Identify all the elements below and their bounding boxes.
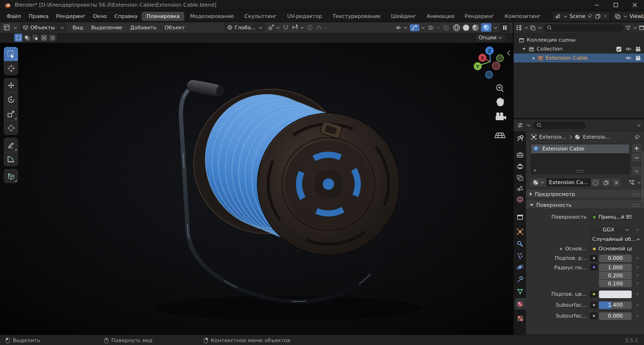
pivot-point[interactable]	[268, 24, 280, 31]
slot-specials-icon[interactable]	[534, 168, 536, 172]
subsurface-aniso-field[interactable]: 0.000	[599, 312, 632, 320]
animate-decorator[interactable]	[636, 292, 639, 296]
tab-scene[interactable]	[515, 183, 526, 194]
panel-drag-grip[interactable]	[633, 203, 640, 207]
outliner-row-scene-collection[interactable]: Коллекция сцены	[514, 35, 644, 44]
tool-measure[interactable]	[4, 152, 18, 166]
tab-uv-editing[interactable]: UV-редактор	[282, 12, 327, 21]
new-collection-icon[interactable]	[639, 25, 644, 31]
perspective-toggle-icon[interactable]	[495, 133, 505, 138]
shading-rendered-active[interactable]	[481, 23, 491, 32]
menu-edit[interactable]: Правка	[25, 12, 52, 21]
tab-object[interactable]	[515, 226, 526, 237]
properties-search[interactable]	[533, 122, 586, 129]
base-color-button[interactable]: Основной цвет	[590, 245, 632, 253]
falloff-dropdown[interactable]	[316, 24, 328, 31]
pause-render-button[interactable]	[500, 24, 510, 32]
scene-selector[interactable]: Scene	[553, 12, 610, 21]
disclosure-closed-icon[interactable]	[561, 247, 562, 250]
scene-name[interactable]: Scene	[570, 13, 586, 19]
material-slot-active[interactable]: Extension Cable	[531, 144, 629, 153]
disable-render-camera-icon[interactable]	[635, 46, 641, 52]
disclosure-open-icon[interactable]	[522, 48, 526, 50]
new-scene-icon[interactable]	[595, 13, 601, 19]
menu-view[interactable]: Вид	[70, 24, 86, 32]
sss-method-dropdown[interactable]: Случайный об...	[590, 236, 643, 243]
view-layer-selector[interactable]: ViewLayer	[612, 12, 644, 21]
radius-x-field[interactable]: 1.000	[599, 264, 632, 271]
disable-render-camera-icon[interactable]	[635, 55, 641, 61]
tool-scale[interactable]	[4, 106, 18, 121]
remove-slot-button[interactable]	[632, 153, 641, 162]
tab-constraints[interactable]	[515, 274, 526, 285]
bsdf-button[interactable]: Принц...й BSDF	[590, 213, 632, 221]
tab-texture[interactable]	[515, 313, 526, 324]
tab-compositing[interactable]: Композитинг	[500, 12, 545, 21]
tab-physics[interactable]	[515, 261, 526, 273]
animate-decorator[interactable]	[636, 303, 639, 307]
minimize-button[interactable]	[587, 0, 606, 10]
subsurface-color-swatch[interactable]	[599, 291, 632, 298]
gizmos-toggle[interactable]	[410, 24, 419, 31]
menu-object[interactable]: Объект	[162, 24, 188, 32]
tab-particles[interactable]	[515, 250, 526, 261]
select-extend-button[interactable]	[23, 34, 31, 42]
tool-rotate[interactable]	[4, 92, 18, 106]
panel-preview[interactable]: Предпросмотр	[526, 190, 644, 198]
animate-decorator[interactable]	[636, 314, 639, 318]
tab-tool[interactable]	[515, 133, 526, 144]
breadcrumb-object[interactable]: Extensio...	[539, 134, 566, 140]
proportional-editing-icon[interactable]	[307, 24, 313, 31]
tab-view-layer[interactable]	[515, 172, 526, 183]
tab-modifiers[interactable]	[515, 238, 526, 249]
add-slot-button[interactable]	[632, 144, 641, 152]
tool-move[interactable]	[4, 78, 18, 92]
viewport-canvas[interactable]: Z X Y	[0, 43, 513, 335]
fake-user-button[interactable]	[591, 178, 600, 186]
transform-orientation[interactable]: Глоба...	[224, 23, 265, 32]
hide-eye-icon[interactable]	[625, 46, 632, 52]
pin-icon[interactable]	[587, 13, 593, 19]
outliner-row-object[interactable]: Extension Cable	[514, 53, 644, 62]
close-button[interactable]	[625, 0, 644, 10]
shading-material-icon[interactable]	[472, 24, 480, 32]
breadcrumb-material[interactable]: Extensio...	[583, 134, 610, 140]
animate-decorator[interactable]	[636, 282, 639, 285]
select-subtract-button[interactable]	[31, 34, 40, 42]
tool-cursor[interactable]	[4, 61, 18, 75]
outliner-search[interactable]	[544, 24, 624, 32]
menu-select[interactable]: Выделение	[88, 24, 125, 32]
hide-eye-icon[interactable]	[625, 55, 632, 61]
tool-annotate[interactable]	[4, 138, 18, 152]
tab-texture-paint[interactable]: Текстурирование	[328, 12, 385, 21]
snap-magnet-icon[interactable]	[282, 24, 289, 31]
properties-scrollbar[interactable]	[642, 150, 644, 203]
pin-icon[interactable]	[634, 134, 640, 140]
tool-transform[interactable]	[4, 121, 18, 135]
tab-layout[interactable]: Планировка	[142, 12, 184, 21]
shading-wireframe-icon[interactable]	[453, 24, 461, 32]
snap-settings[interactable]	[291, 24, 304, 31]
animate-decorator[interactable]	[636, 228, 639, 231]
menu-help[interactable]: Справка	[111, 12, 141, 21]
properties-editor-icon[interactable]	[517, 122, 524, 128]
tab-collection[interactable]	[515, 211, 526, 222]
tab-sculpting[interactable]: Скульптинг	[240, 12, 281, 21]
outliner-row-collection[interactable]: Collection	[514, 44, 644, 53]
show-object-types[interactable]	[395, 25, 408, 31]
material-name-field[interactable]: Extension Ca...	[546, 178, 591, 186]
editor-type-icon[interactable]	[3, 24, 10, 31]
view-layer-name[interactable]: ViewLayer	[629, 13, 644, 19]
display-mode-icon[interactable]	[530, 25, 536, 31]
mode-selector[interactable]: Объекты	[20, 23, 67, 32]
material-slot-list[interactable]: Extension Cable	[531, 144, 630, 174]
overlays-toggle[interactable]	[427, 25, 440, 31]
pan-hand-icon[interactable]	[496, 97, 504, 106]
menu-file[interactable]: Файл	[3, 12, 25, 21]
select-set-button[interactable]	[14, 34, 23, 42]
animate-decorator[interactable]	[636, 274, 639, 277]
camera-view-icon[interactable]	[496, 113, 506, 120]
animate-decorator[interactable]	[636, 257, 639, 260]
distribution-dropdown[interactable]: GGX	[590, 226, 632, 234]
list-resize-grip[interactable]	[576, 169, 584, 173]
